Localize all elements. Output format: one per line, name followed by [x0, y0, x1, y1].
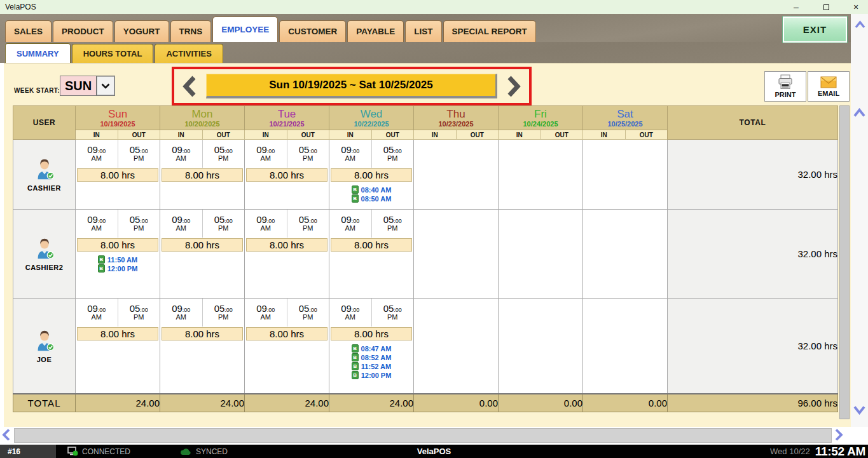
right-gutter [851, 14, 868, 427]
vertical-scrollbar-track[interactable] [839, 105, 850, 419]
in-header: IN [76, 130, 118, 140]
break-time: 11:50 AM [107, 256, 137, 264]
in-time: 09:00AM [329, 140, 371, 168]
day-cell[interactable]: 09:00AM05:00PM8.00 hrs [76, 140, 160, 210]
day-cell[interactable]: 09:00AM05:00PM8.00 hrs [76, 299, 160, 394]
grand-total: 96.00 hrs [668, 394, 838, 412]
day-cell[interactable]: 09:00AM05:00PM8.00 hrs [245, 210, 329, 299]
user-name: CASHIER [13, 184, 75, 192]
shift-times: 09:00AM05:00PM [160, 140, 244, 168]
scroll-right-button[interactable] [834, 428, 844, 441]
hours-worked-badge: 8.00 hrs [331, 168, 412, 182]
tab-employee[interactable]: EMPLOYEE [212, 17, 278, 42]
break-entry: B12:00 PM [352, 371, 392, 379]
day-cell[interactable] [499, 140, 583, 210]
day-cell[interactable] [499, 299, 583, 394]
subtab-summary[interactable]: SUMMARY [5, 43, 71, 63]
tab-special-report[interactable]: SPECIAL REPORT [443, 20, 536, 42]
time-minutes: :00 [224, 307, 233, 313]
table-scroll-down-button[interactable] [853, 405, 865, 415]
time-ampm: PM [303, 225, 313, 232]
user-avatar-icon [32, 328, 57, 353]
tab-yogurt[interactable]: YOGURT [114, 20, 169, 42]
day-date: 10/20/2025 [160, 120, 244, 128]
prev-week-button[interactable] [181, 74, 198, 98]
break-time: 08:52 AM [361, 354, 392, 361]
day-cell[interactable] [414, 210, 499, 299]
day-name: Wed [329, 108, 413, 120]
tab-product[interactable]: PRODUCT [53, 20, 113, 42]
day-cell[interactable]: 09:00AM05:00PM8.00 hrs [160, 210, 245, 299]
day-cell[interactable]: 09:00AM05:00PM8.00 hrsB08:47 AMB08:52 AM… [329, 299, 414, 394]
time-value: 05:00 [214, 215, 233, 225]
day-cell[interactable]: 09:00AM05:00PM8.00 hrs [160, 299, 245, 394]
day-total: 24.00 [329, 394, 414, 412]
day-date: 10/24/2025 [499, 120, 582, 128]
hours-worked-badge: 8.00 hrs [246, 238, 327, 252]
content-panel: WEEK START: SUN Sun 10/19/2025 ~ Sat 10/… [4, 63, 851, 427]
break-icon: B [352, 353, 359, 361]
time-minutes: :00 [352, 218, 360, 224]
horizontal-scrollbar-thumb[interactable] [14, 428, 832, 443]
day-cell[interactable] [414, 299, 499, 394]
break-time: 11:52 AM [361, 363, 391, 370]
week-start-select[interactable]: SUN [60, 76, 115, 96]
shift-times: 09:00AM05:00PM [160, 210, 244, 238]
day-name: Thu [414, 108, 498, 120]
maximize-button[interactable] [822, 0, 830, 14]
exit-button[interactable]: EXIT [782, 16, 848, 43]
subtab-activities[interactable]: ACTIVITIES [155, 44, 223, 63]
tab-trns[interactable]: TRNS [170, 20, 212, 42]
chevron-left-icon [1, 428, 11, 441]
day-cell[interactable] [583, 299, 668, 394]
tab-payable[interactable]: PAYABLE [347, 20, 404, 42]
day-name: Fri [499, 108, 582, 120]
print-button[interactable]: PRINT [764, 71, 806, 102]
horizontal-scrollbar [0, 427, 868, 445]
day-cell[interactable]: 09:00AM05:00PM8.00 hrs [160, 140, 245, 210]
time-ampm: PM [218, 155, 229, 163]
scroll-left-button[interactable] [1, 428, 11, 441]
page-scroll-up-button[interactable] [855, 20, 865, 29]
day-cell[interactable] [583, 140, 668, 210]
table-scroll-up-button[interactable] [853, 108, 865, 118]
tab-list[interactable]: LIST [405, 20, 441, 42]
day-total: 0.00 [414, 394, 499, 412]
day-cell[interactable]: 09:00AM05:00PM8.00 hrs [329, 210, 414, 299]
out-header: OUT [287, 130, 329, 140]
in-header: IN [329, 130, 372, 140]
time-minutes: :00 [98, 307, 106, 313]
row-total: 32.00 hrs [668, 140, 838, 210]
break-icon: B [352, 185, 359, 194]
day-cell[interactable] [583, 210, 668, 299]
time-ampm: AM [176, 314, 187, 321]
tab-customer[interactable]: CUSTOMER [279, 20, 346, 42]
day-cell[interactable]: 09:00AM05:00PM8.00 hrs [245, 140, 329, 210]
hours-worked-badge: 8.00 hrs [331, 327, 412, 340]
time-ampm: PM [134, 314, 144, 321]
user-cell-joe[interactable]: JOE [13, 299, 76, 394]
day-cell[interactable]: 09:00AM05:00PM8.00 hrsB08:40 AMB08:50 AM [329, 140, 414, 210]
week-start-dropdown-button[interactable] [96, 76, 114, 95]
tab-sales[interactable]: SALES [5, 20, 52, 42]
time-value: 09:00 [172, 215, 190, 225]
user-cell-cashier[interactable]: CASHIER [13, 140, 76, 210]
print-label: PRINT [775, 91, 796, 98]
user-cell-cashier2[interactable]: CASHIER2 [13, 210, 76, 299]
subtab-hours-total[interactable]: HOURS TOTAL [72, 44, 154, 63]
day-cell[interactable] [499, 210, 583, 299]
in-time: 09:00AM [245, 299, 287, 327]
day-cell[interactable]: 09:00AM05:00PM8.00 hrs [245, 299, 329, 394]
time-minutes: :00 [224, 218, 233, 224]
email-button[interactable]: EMAIL [808, 71, 850, 102]
day-total: 0.00 [499, 394, 583, 412]
next-week-button[interactable] [505, 74, 523, 98]
statusbar-clock: 11:52 AM [815, 445, 865, 458]
date-range-button[interactable]: Sun 10/19/2025 ~ Sat 10/25/2025 [206, 74, 497, 98]
minimize-button[interactable]: – [792, 0, 801, 14]
day-cell[interactable]: 09:00AM05:00PM8.00 hrsB11:50 AMB12:00 PM [76, 210, 160, 299]
day-cell[interactable] [414, 140, 499, 210]
day-name: Sun [76, 108, 160, 120]
in-time: 09:00AM [76, 140, 118, 168]
close-button[interactable]: × [851, 0, 860, 14]
